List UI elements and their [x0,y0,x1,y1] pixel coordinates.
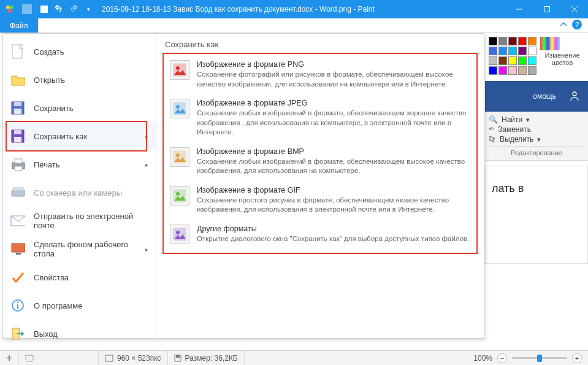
word-ribbon-band: омощь [485,81,588,112]
menu-label: Сохранить [34,104,74,113]
svg-rect-42 [105,355,113,361]
color-swatch[interactable] [508,37,517,45]
zoom-in-button[interactable]: + [572,353,582,363]
select-button[interactable]: Выделить ▾ [489,135,584,144]
saveas-bmp[interactable]: Изображение в формате BMPСохранение любы… [167,144,473,182]
color-swatch[interactable] [528,37,536,45]
color-swatch[interactable] [528,66,536,75]
saveas-png[interactable]: Изображение в формате PNGСохранение фото… [167,56,473,95]
menu-label: Открыть [34,75,65,85]
color-swatch[interactable] [518,47,527,55]
color-swatch[interactable] [489,56,497,65]
window-title: 2016-09-12 18-18-13 Завис Ворд как сохра… [98,5,505,13]
color-swatch[interactable] [508,66,517,75]
menu-exit[interactable]: Выход [3,320,156,348]
option-desc: Сохранение любых изображений в формате, … [197,157,470,176]
cursor-position: ✛ [0,351,19,365]
statusbar: ✛ 960 × 523пкс Размер: 36,2КБ 100% − + [0,350,588,365]
collapse-ribbon-icon[interactable] [560,21,567,28]
color-spectrum-icon [540,37,560,50]
qat-dropdown-icon[interactable]: ▾ [83,4,93,14]
floppy-as-icon [10,129,25,144]
menu-wallpaper[interactable]: Сделать фоном рабочего стола▸ [3,235,156,263]
close-button[interactable] [560,0,588,18]
floppy-icon [10,101,25,115]
svg-point-34 [176,105,180,109]
color-swatch[interactable] [489,37,497,45]
color-swatch[interactable] [508,47,517,55]
color-swatches[interactable] [489,37,536,75]
zoom-out-button[interactable]: − [497,353,507,363]
color-swatch[interactable] [518,37,527,45]
menu-saveas[interactable]: Сохранить как▸ [3,122,156,150]
exit-icon [10,326,25,341]
dropdown-icon[interactable]: ▾ [526,116,530,124]
dimensions-icon [105,355,113,362]
format-thumb-icon [170,60,189,80]
backstage-sidebar: СоздатьОткрытьСохранитьСохранить как▸Печ… [3,34,156,338]
redo-icon[interactable] [69,4,78,14]
color-swatch[interactable] [489,66,497,75]
menu-save[interactable]: Сохранить [3,94,156,122]
submenu-heading: Сохранить как [162,39,478,53]
maximize-button[interactable] [533,0,560,18]
svg-rect-26 [16,253,21,255]
menu-create[interactable]: Создать [3,37,156,66]
zoom-value: 100% [473,354,492,363]
svg-point-28 [17,302,19,304]
paint-app-icon [5,4,15,14]
svg-rect-15 [14,109,21,114]
find-button[interactable]: 🔍 Найти ▾ [489,115,584,124]
menu-label: Отправить по электронной почте [34,212,148,230]
share-icon[interactable] [568,90,581,102]
menu-label: Печать [34,160,60,169]
color-swatch[interactable] [498,37,507,45]
color-swatch[interactable] [498,66,507,75]
color-swatch[interactable] [528,47,536,55]
color-swatch[interactable] [498,47,507,55]
replace-button[interactable]: ᵃᵇ Заменить [489,125,584,134]
menu-label: Сохранить как [34,132,87,141]
save-qat-icon[interactable] [39,4,49,14]
dropdown-icon[interactable]: ▾ [537,136,541,144]
edit-colors-button[interactable]: Изменение цветов [540,37,584,66]
option-title: Изображение в формате JPEG [197,99,470,107]
zoom-control[interactable]: 100% − + [467,353,588,363]
format-thumb-icon [170,225,189,244]
help-icon[interactable]: ? [572,20,582,29]
saveas-jpeg[interactable]: Изображение в формате JPEGСохранение люб… [167,95,473,144]
file-tab[interactable]: Файл [0,18,38,33]
svg-point-40 [176,231,180,234]
menu-email[interactable]: Отправить по электронной почте [3,207,156,235]
menu-open[interactable]: Открыть [3,66,156,94]
minimize-button[interactable] [505,0,533,18]
color-swatch[interactable] [528,56,536,65]
color-swatch[interactable] [508,56,517,65]
format-thumb-icon [170,186,189,206]
ribbon-tabstrip: Файл ? [0,18,588,33]
color-swatch[interactable] [518,66,527,75]
replace-icon: ᵃᵇ [489,126,494,134]
option-desc: Сохранение простого рисунка в формате, о… [197,196,470,215]
menu-label: Выход [34,329,58,339]
option-title: Изображение в формате GIF [197,186,470,194]
color-swatch[interactable] [518,56,527,65]
menu-about[interactable]: О программе [3,291,156,320]
saveas-gif[interactable]: Изображение в формате GIFСохранение прос… [167,182,473,221]
selection-icon [25,355,34,362]
svg-point-32 [176,66,180,70]
svg-rect-14 [14,102,21,106]
saveas-other[interactable]: Другие форматыОткрытие диалогового окна … [167,221,473,250]
menu-props[interactable]: Свойства [3,263,156,291]
menu-print[interactable]: Печать▸ [3,150,156,179]
submenu-arrow-icon: ▸ [145,246,148,253]
color-swatch[interactable] [489,47,497,55]
mail-icon [10,213,25,228]
info-icon [10,298,25,313]
color-swatch[interactable] [498,56,507,65]
zoom-slider[interactable] [512,357,567,359]
selection-size [19,351,99,365]
svg-point-0 [6,6,10,9]
undo-icon[interactable] [54,4,64,14]
group-caption: Редактирование [489,149,584,156]
